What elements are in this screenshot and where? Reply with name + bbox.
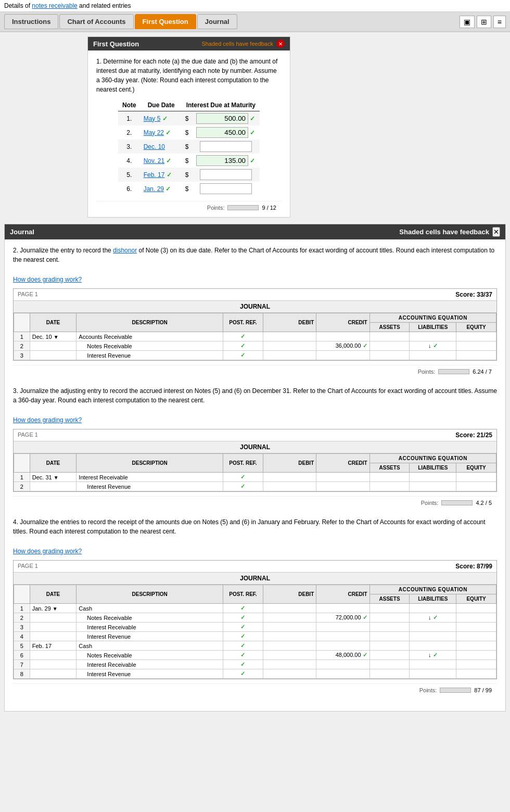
fq-amount-input-1[interactable]	[196, 127, 248, 138]
journal-row-0-1: 2 Notes Receivable ✓ 36,000.00 ✓ ↓ ✓	[14, 341, 496, 351]
first-question-body: 1. Determine for each note (a) the due d…	[88, 50, 290, 217]
th-accounting-eq-2: ACCOUNTING EQUATION	[369, 585, 496, 594]
journal-section-title-1: JOURNAL	[14, 441, 496, 453]
fq-dollar-4: $	[182, 168, 192, 182]
fq-dollar-2: $	[182, 139, 192, 154]
points-bar-1: Points: 4.2 / 5	[13, 496, 497, 509]
journal-row-1-1: 2 Interest Revenue ✓	[14, 482, 496, 491]
journal-close-button[interactable]: ✕	[492, 227, 500, 237]
points-label-1: Points:	[421, 500, 439, 506]
journal-row-2-4: 5 Feb. 17 Cash ✓	[14, 641, 496, 651]
th-post-0: POST. REF.	[223, 313, 263, 332]
fq-amount-input-0[interactable]	[196, 113, 248, 124]
page-label-2: PAGE 1	[18, 563, 38, 570]
th-post-2: POST. REF.	[223, 585, 263, 604]
fq-row-note-5: 6.	[118, 182, 141, 196]
tab-first-question[interactable]: First Question	[135, 14, 196, 29]
th-accounting-eq-1: ACCOUNTING EQUATION	[369, 454, 496, 463]
fq-row-note-3: 4.	[118, 154, 141, 168]
score-label-1: Score: 21/25	[455, 432, 492, 439]
fq-row-date-1: May 22 ✓	[141, 125, 182, 139]
journal-panel-header: Journal Shaded cells have feedback ✕	[5, 224, 505, 239]
fq-amount-input-4[interactable]	[200, 169, 252, 180]
th-post-1: POST. REF.	[223, 454, 263, 473]
topbar-text2: and related entries	[78, 2, 131, 9]
th-debit-1: DEBIT	[263, 454, 316, 473]
points-label-2: Points:	[419, 687, 437, 693]
notes-receivable-link[interactable]: notes receivable	[32, 2, 77, 9]
question-text: 1. Determine for each note (a) the due d…	[96, 57, 282, 94]
fq-dollar-3: $	[182, 154, 192, 168]
journal-table-wrapper-1: PAGE 1 Score: 21/25 JOURNAL DATE DESCRIP…	[13, 429, 497, 492]
tab-journal[interactable]: Journal	[197, 14, 237, 29]
fq-dollar-1: $	[182, 125, 192, 139]
fq-amount-cell-2[interactable]	[192, 139, 260, 154]
top-bar: Details of notes receivable and related …	[0, 0, 510, 12]
journal-section-title-0: JOURNAL	[14, 301, 496, 313]
th-credit-0: CREDIT	[316, 313, 369, 332]
fq-row-note-1: 2.	[118, 125, 141, 139]
th-accounting-eq-0: ACCOUNTING EQUATION	[369, 313, 496, 323]
th-date-1: DATE	[30, 454, 76, 473]
fq-amount-cell-5[interactable]	[192, 182, 260, 196]
how-grading-0[interactable]: How does grading work?	[13, 276, 497, 283]
journal-row-2-1: 2 Notes Receivable ✓ 72,000.00 ✓ ↓ ✓	[14, 613, 496, 623]
fq-amount-cell-3[interactable]: ✓	[192, 154, 260, 168]
fq-amount-input-2[interactable]	[200, 141, 252, 152]
th-due-date: Due Date	[141, 99, 182, 111]
fq-amount-cell-1[interactable]: ✓	[192, 125, 260, 139]
tab-chart-of-accounts[interactable]: Chart of Accounts	[59, 14, 133, 29]
th-credit-1: CREDIT	[316, 454, 369, 473]
icon-window[interactable]: ▣	[460, 16, 475, 28]
journal-title-label: Journal	[10, 228, 34, 236]
how-grading-1[interactable]: How does grading work?	[13, 416, 497, 424]
how-grading-2[interactable]: How does grading work?	[13, 548, 497, 555]
points-text-0: 6.24 / 7	[473, 369, 492, 375]
fq-row-date-2: Dec. 10	[141, 139, 182, 154]
fq-row-date-0: May 5 ✓	[141, 111, 182, 126]
th-note: Note	[118, 99, 141, 111]
icon-menu[interactable]: ≡	[493, 16, 506, 28]
points-progress-1	[441, 500, 473, 505]
fq-amount-cell-0[interactable]: ✓	[192, 111, 260, 126]
journal-feedback-text: Shaded cells have feedback	[399, 228, 489, 236]
first-question-panel: First Question Shaded cells have feedbac…	[87, 36, 290, 218]
th-interest: Interest Due at Maturity	[182, 99, 260, 111]
th-credit-2: CREDIT	[316, 585, 369, 604]
th-assets-0: ASSETS	[369, 323, 410, 332]
fq-amount-input-3[interactable]	[196, 155, 248, 166]
points-bar-2: Points: 87 / 99	[13, 683, 497, 696]
journal-section-1: 3. Journalize the adjusting entry to rec…	[13, 386, 497, 509]
fq-amount-input-5[interactable]	[200, 183, 252, 194]
points-bar-0: Points: 6.24 / 7	[13, 365, 497, 378]
fq-row-date-3: Nov. 21 ✓	[141, 154, 182, 168]
th-assets-2: ASSETS	[369, 594, 410, 604]
icon-grid[interactable]: ⊞	[477, 16, 491, 28]
journal-table-header-0: PAGE 1 Score: 33/37	[14, 289, 496, 301]
th-liab-0: LIABILITIES	[410, 323, 456, 332]
th-equity-0: EQUITY	[456, 323, 496, 332]
points-progress-fq	[227, 205, 259, 210]
page-label-1: PAGE 1	[18, 432, 38, 439]
tab-instructions[interactable]: Instructions	[4, 14, 58, 29]
score-label-0: Score: 33/37	[455, 291, 492, 298]
fq-row-note-4: 5.	[118, 168, 141, 182]
journal-table-0: DATE DESCRIPTION POST. REF. DEBIT CREDIT…	[14, 313, 496, 360]
topbar-text: Details of	[4, 2, 32, 9]
th-desc-1: DESCRIPTION	[76, 454, 223, 473]
th-equity-2: EQUITY	[456, 594, 496, 604]
fq-amount-cell-4[interactable]	[192, 168, 260, 182]
tab-icons: ▣ ⊞ ≡	[460, 16, 506, 28]
journal-section-2: 4. Journalize the entries to record the …	[13, 517, 497, 696]
first-question-title: First Question	[93, 40, 139, 48]
points-text-1: 4.2 / 5	[476, 500, 492, 506]
fq-row-date-4: Feb. 17 ✓	[141, 168, 182, 182]
journal-row-0-2: 3 Interest Revenue ✓	[14, 351, 496, 360]
fq-dollar-0: $	[182, 111, 192, 126]
tab-bar: Instructions Chart of Accounts First Que…	[0, 12, 510, 32]
th-desc-0: DESCRIPTION	[76, 313, 223, 332]
journal-body: 2. Journalize the entry to record the di…	[5, 239, 505, 711]
journal-row-2-6: 7 Interest Receivable ✓	[14, 660, 496, 669]
section-question-2: 4. Journalize the entries to record the …	[13, 517, 497, 536]
close-button[interactable]: ✕	[276, 40, 285, 48]
